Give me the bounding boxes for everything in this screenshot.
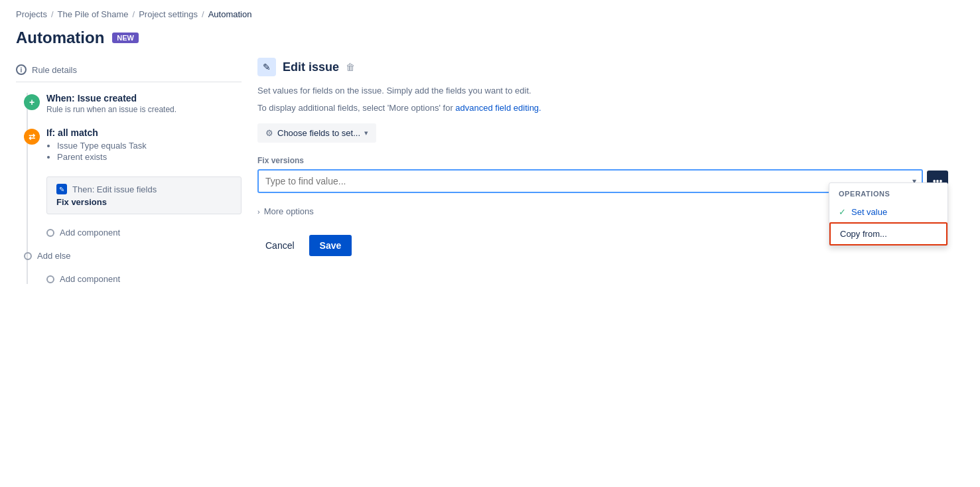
chevron-right-icon: ›	[257, 208, 260, 216]
copy-from-option[interactable]: Copy from...	[829, 222, 947, 245]
more-options-button[interactable]: › More options	[257, 204, 314, 219]
save-button[interactable]: Save	[309, 235, 352, 256]
add-component-2-item[interactable]: Add component	[24, 274, 242, 284]
right-panel: ✎ Edit issue 🗑 Set values for fields on …	[242, 58, 964, 297]
edit-pencil-icon: ✎	[257, 58, 276, 76]
add-component-2-label: Add component	[60, 274, 120, 284]
fix-versions-field: Fix versions ▾ ••• OPERATIONS ✓ Set valu…	[257, 156, 948, 193]
add-else-circle	[24, 252, 32, 260]
trigger-item: + When: Issue created Rule is run when a…	[24, 93, 242, 114]
fix-versions-input-row: ▾ ••• OPERATIONS ✓ Set value Copy from..…	[257, 169, 948, 193]
trigger-label: When: Issue created	[46, 93, 176, 104]
action-block[interactable]: ✎ Then: Edit issue fields Fix versions	[46, 176, 242, 214]
breadcrumb-current: Automation	[208, 9, 252, 19]
choose-fields-label: Choose fields to set...	[277, 128, 360, 138]
breadcrumb-sep-2: /	[133, 9, 135, 19]
check-icon: ✓	[839, 207, 846, 217]
new-badge: NEW	[112, 33, 139, 43]
operations-header: OPERATIONS	[829, 183, 947, 202]
action-pencil-icon: ✎	[56, 184, 67, 194]
add-else[interactable]: Add else	[24, 251, 242, 261]
rule-details-label: Rule details	[32, 65, 77, 75]
page-header: Automation NEW	[0, 29, 980, 58]
condition-icon: ⇄	[24, 129, 40, 145]
set-value-option[interactable]: ✓ Set value	[829, 202, 947, 222]
condition-bullet-1: Issue Type equals Task	[57, 141, 147, 151]
set-value-label: Set value	[851, 207, 887, 217]
advanced-field-editing-link[interactable]: advanced field editing.	[455, 103, 541, 113]
choose-fields-button[interactable]: ⚙ Choose fields to set... ▾	[257, 123, 376, 143]
fix-versions-input[interactable]	[259, 171, 907, 192]
edit-issue-title: Edit issue	[283, 60, 339, 74]
left-panel: i Rule details + When: Issue created Rul…	[16, 58, 242, 297]
breadcrumb-projects[interactable]: Projects	[16, 9, 47, 19]
trigger-icon: +	[24, 94, 40, 110]
operations-dropdown: OPERATIONS ✓ Set value Copy from...	[829, 182, 948, 246]
more-options-label: More options	[264, 206, 314, 216]
timeline: + When: Issue created Rule is run when a…	[16, 93, 242, 284]
edit-desc-2: To display additional fields, select 'Mo…	[257, 102, 948, 115]
breadcrumb-sep-3: /	[202, 9, 204, 19]
rule-details: i Rule details	[16, 58, 242, 82]
add-else-item[interactable]: Add else	[24, 251, 242, 261]
action-item[interactable]: ✎ Then: Edit issue fields Fix versions	[24, 176, 242, 214]
info-icon: i	[16, 64, 27, 75]
add-component-2-circle	[46, 275, 54, 283]
main-layout: i Rule details + When: Issue created Rul…	[0, 58, 980, 297]
breadcrumb-sep-1: /	[51, 9, 54, 19]
condition-bullets: Issue Type equals Task Parent exists	[57, 141, 147, 162]
condition-bullet-2: Parent exists	[57, 152, 147, 162]
edit-issue-header: ✎ Edit issue 🗑	[257, 58, 948, 76]
cancel-button[interactable]: Cancel	[257, 236, 303, 255]
action-title: Then: Edit issue fields	[72, 184, 157, 194]
add-component-1[interactable]: Add component	[46, 228, 242, 238]
add-component-1-item[interactable]: Add component	[24, 228, 242, 238]
page-title: Automation	[16, 29, 104, 47]
breadcrumb-project-settings[interactable]: Project settings	[139, 9, 198, 19]
fix-versions-input-wrapper[interactable]: ▾	[257, 169, 923, 193]
add-component-2[interactable]: Add component	[46, 274, 242, 284]
gear-icon: ⚙	[265, 128, 273, 138]
add-component-1-label: Add component	[60, 228, 120, 238]
copy-from-label: Copy from...	[840, 229, 887, 239]
add-else-label: Add else	[37, 251, 71, 261]
fix-versions-label: Fix versions	[257, 156, 948, 165]
condition-label: If: all match	[46, 127, 147, 138]
breadcrumb-pile-of-shame[interactable]: The Pile of Shame	[58, 9, 129, 19]
breadcrumb: Projects / The Pile of Shame / Project s…	[0, 0, 980, 29]
chevron-down-icon: ▾	[364, 129, 368, 137]
add-component-1-circle	[46, 229, 54, 237]
edit-desc-1: Set values for fields on the issue. Simp…	[257, 84, 948, 98]
trigger-description: Rule is run when an issue is created.	[46, 105, 176, 114]
condition-item: ⇄ If: all match Issue Type equals Task P…	[24, 127, 242, 163]
trash-icon[interactable]: 🗑	[346, 62, 355, 72]
action-subtitle: Fix versions	[56, 197, 232, 207]
